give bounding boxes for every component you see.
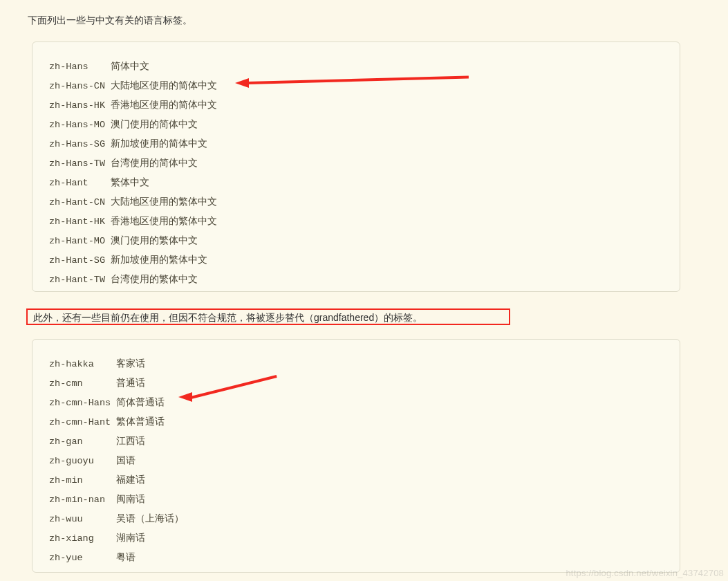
tag-code: zh-Hans-TW — [49, 154, 105, 174]
tag-desc: 澳门使用的简体中文 — [111, 120, 198, 130]
tag-row: zh-Hans-HK香港地区使用的简体中文 — [49, 96, 680, 116]
intro-text: 下面列出一些与中文有关的语言标签。 — [28, 15, 192, 25]
tag-desc: 繁体中文 — [111, 178, 149, 188]
tag-code: zh-Hant-HK — [49, 212, 105, 232]
tag-desc: 粤语 — [116, 553, 136, 563]
tag-code: zh-Hant-SG — [49, 251, 105, 270]
tag-code: zh-Hans-CN — [49, 77, 105, 96]
tag-desc: 湖南话 — [116, 533, 145, 544]
tag-code: zh-Hant-TW — [49, 270, 105, 290]
tag-desc: 新加坡使用的简体中文 — [111, 139, 207, 149]
tag-desc: 台湾使用的繁体中文 — [111, 275, 198, 285]
tag-row: zh-cmn-Hans简体普通话 — [49, 394, 680, 413]
tag-code: zh-yue — [49, 548, 111, 568]
tag-code: zh-Hant-MO — [49, 232, 105, 251]
tag-row: zh-min 福建话 — [49, 471, 680, 490]
tag-desc: 澳门使用的繁体中文 — [111, 236, 198, 246]
tag-row: zh-Hans-CN大陆地区使用的简体中文 — [49, 77, 680, 96]
tag-row: zh-Hant-CN大陆地区使用的繁体中文 — [49, 193, 680, 212]
tag-code: zh-wuu — [49, 510, 111, 529]
tag-desc: 台湾使用的简体中文 — [111, 158, 198, 169]
tag-code: zh-Hans — [49, 57, 105, 77]
tag-desc: 大陆地区使用的简体中文 — [111, 81, 217, 91]
tag-desc: 香港地区使用的繁体中文 — [111, 216, 217, 227]
grandfathered-note: 此外，还有一些目前仍在使用，但因不符合规范，将被逐步替代（grandfather… — [26, 308, 510, 325]
tag-code: zh-Hans-SG — [49, 135, 105, 154]
tag-row: zh-gan 江西话 — [49, 432, 680, 452]
tag-desc: 香港地区使用的简体中文 — [111, 100, 217, 111]
tag-row: zh-cmn-Hant繁体普通话 — [49, 413, 680, 432]
tag-desc: 简体普通话 — [116, 398, 165, 408]
tag-code: zh-xiang — [49, 529, 111, 548]
tag-row: zh-guoyu 国语 — [49, 452, 680, 471]
language-tags-block: zh-Hans 简体中文zh-Hans-CN大陆地区使用的简体中文zh-Hans… — [32, 42, 680, 292]
tag-desc: 闽南话 — [116, 495, 145, 505]
tag-row: zh-cmn 普通话 — [49, 374, 680, 394]
tag-row: zh-wuu 吴语（上海话） — [49, 510, 680, 529]
tag-row: zh-hakka 客家话 — [49, 355, 680, 374]
tag-desc: 繁体普通话 — [116, 417, 165, 427]
tag-row: zh-yue 粤语 — [49, 548, 680, 568]
tag-desc: 客家话 — [116, 359, 145, 369]
tag-code: zh-Hant-CN — [49, 193, 105, 212]
tag-row: zh-Hant-SG新加坡使用的繁体中文 — [49, 251, 680, 270]
tag-code: zh-gan — [49, 432, 111, 452]
watermark-text: https://blog.csdn.net/weixin_43742708 — [566, 568, 724, 578]
tag-row: zh-Hant-HK香港地区使用的繁体中文 — [49, 212, 680, 232]
tag-code: zh-min-nan — [49, 490, 111, 510]
tag-desc: 吴语（上海话） — [116, 514, 184, 524]
tag-desc: 大陆地区使用的繁体中文 — [111, 197, 217, 208]
tag-desc: 江西话 — [116, 436, 145, 447]
tag-row: zh-Hant-TW台湾使用的繁体中文 — [49, 270, 680, 290]
tag-code: zh-hakka — [49, 355, 111, 374]
tag-code: zh-Hans-MO — [49, 116, 105, 135]
tag-desc: 新加坡使用的繁体中文 — [111, 255, 207, 266]
tag-desc: 福建话 — [116, 475, 145, 486]
tag-row: zh-Hans-SG新加坡使用的简体中文 — [49, 135, 680, 154]
tag-row: zh-Hant-MO澳门使用的繁体中文 — [49, 232, 680, 251]
tag-code: zh-cmn-Hans — [49, 394, 111, 413]
tag-code: zh-cmn-Hant — [49, 413, 111, 432]
tag-desc: 国语 — [116, 456, 136, 466]
tag-row: zh-Hans 简体中文 — [49, 57, 680, 77]
grandfathered-tags-block: zh-hakka 客家话zh-cmn 普通话zh-cmn-Hans简体普通话zh… — [32, 339, 680, 573]
tag-desc: 普通话 — [116, 378, 145, 389]
tag-row: zh-Hans-MO澳门使用的简体中文 — [49, 116, 680, 135]
tag-code: zh-cmn — [49, 374, 111, 394]
tag-row: zh-xiang 湖南话 — [49, 529, 680, 548]
tag-row: zh-min-nan 闽南话 — [49, 490, 680, 510]
tag-row: zh-Hans-TW台湾使用的简体中文 — [49, 154, 680, 174]
tag-code: zh-Hans-HK — [49, 96, 105, 116]
tag-desc: 简体中文 — [111, 62, 149, 72]
tag-code: zh-Hant — [49, 174, 105, 193]
tag-row: zh-Hant 繁体中文 — [49, 174, 680, 193]
tag-code: zh-min — [49, 471, 111, 490]
tag-code: zh-guoyu — [49, 452, 111, 471]
